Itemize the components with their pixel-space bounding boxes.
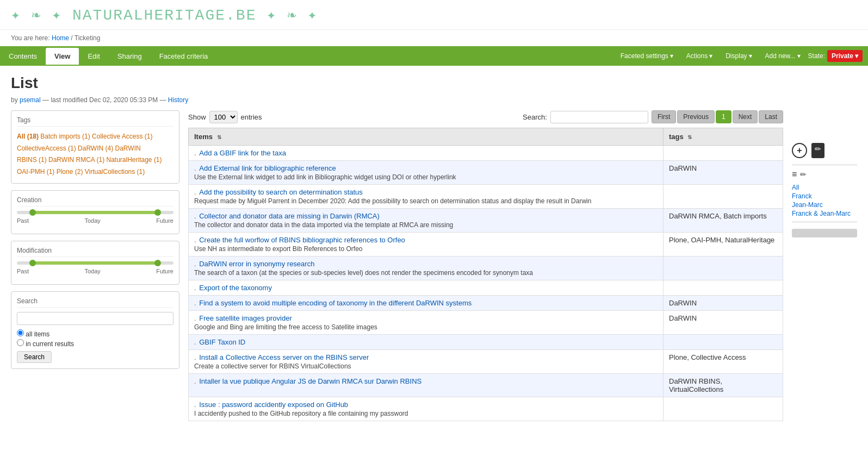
tag-oaipmh[interactable]: OAI-PMH (1) <box>17 168 54 176</box>
page-1-button[interactable]: 1 <box>716 110 731 123</box>
display-button[interactable]: Display <box>720 49 757 63</box>
breadcrumb-prefix: You are here: <box>11 34 50 42</box>
search-all-items-label[interactable]: all items <box>17 329 173 338</box>
tag-plone[interactable]: Plone (2) <box>57 168 83 176</box>
author-link[interactable]: psemal <box>20 96 41 104</box>
previous-button[interactable]: Previous <box>677 110 715 123</box>
tag-batch[interactable]: Batch imports (1) <box>40 133 90 140</box>
tag-all[interactable]: All (18) <box>17 133 39 140</box>
tag-collectiveaccess[interactable]: CollectiveAccess (1) <box>17 145 76 152</box>
item-link[interactable]: Add the possibility to search on determi… <box>199 188 363 196</box>
item-link[interactable]: Install a Collective Access server on th… <box>199 353 369 361</box>
table-row: . GBIF Taxon ID <box>189 335 783 350</box>
item-link[interactable]: Free satellite images provider <box>199 314 292 322</box>
item-link[interactable]: Create the full worflow of RBINS bibliog… <box>199 236 405 244</box>
user-jean-marc[interactable]: Jean-Marc <box>792 201 857 209</box>
tags-sort-icon: ⇅ <box>687 134 692 140</box>
creation-slider[interactable]: Past Today Future <box>17 211 173 224</box>
table-row: . Add External link for bibliographic re… <box>189 161 783 185</box>
actions-button[interactable]: Actions <box>681 49 718 63</box>
table-row: . Create the full worflow of RBINS bibli… <box>189 233 783 256</box>
creation-section: Creation Past Today Future <box>11 190 179 234</box>
breadcrumb: You are here: Home / Ticketing <box>0 30 868 46</box>
creation-title: Creation <box>17 196 173 207</box>
nav-faceted[interactable]: Faceted criteria <box>151 48 217 65</box>
right-divider-1 <box>792 165 857 165</box>
table-row: . Issue : password accidently exposed on… <box>189 397 783 421</box>
page-meta: by psemal — last modified Dec 02, 2020 0… <box>0 94 868 110</box>
tag-darwin-rmca[interactable]: DaRWIN RMCA (1) <box>48 156 104 164</box>
right-divider-2 <box>792 222 857 222</box>
tag-darwin4[interactable]: DaRWIN (4) <box>78 145 113 152</box>
logo-bar: ✦ ❧ ✦ NATURALHERITAGE.BE ✦ ❧ ✦ <box>0 0 868 30</box>
tag-naturalheritage[interactable]: NaturalHeritage (1) <box>107 156 162 164</box>
item-description: The search of a taxon (at the species or… <box>194 269 658 277</box>
tags-cell: DaRWIN RMCA, Batch imports <box>664 209 783 233</box>
tag-virtualcollections[interactable]: VirtualCollections (1) <box>85 168 145 176</box>
tags-cell: DaRWIN <box>664 161 783 185</box>
history-link[interactable]: History <box>168 96 188 104</box>
search-all-radio[interactable] <box>17 329 24 336</box>
item-link[interactable]: Add External link for bibliographic refe… <box>199 164 336 172</box>
tags-cell <box>664 185 783 209</box>
add-new-button[interactable]: Add new... <box>760 49 806 63</box>
table-search-input[interactable] <box>550 111 648 123</box>
next-button[interactable]: Next <box>733 110 758 123</box>
list-icon: ≡ <box>792 170 797 179</box>
item-dot: . <box>194 314 198 322</box>
item-link[interactable]: Issue : password accidently exposed on G… <box>199 401 348 409</box>
user-franck-jean-marc[interactable]: Franck & Jean-Marc <box>792 210 857 217</box>
item-link[interactable]: DaRWIN error in synonymy research <box>199 260 314 268</box>
search-current-results-label[interactable]: in current results <box>17 339 173 348</box>
page-title: List <box>11 74 857 92</box>
search-button[interactable]: Search <box>17 351 52 363</box>
page-title-area: List <box>0 66 868 94</box>
tags-title: Tags <box>17 116 173 127</box>
breadcrumb-current: Ticketing <box>75 34 101 42</box>
tag-collective-access[interactable]: Collective Access (1) <box>92 133 152 140</box>
item-cell: . Add the possibility to search on deter… <box>189 185 664 209</box>
nav-sharing[interactable]: Sharing <box>109 48 151 65</box>
faceted-settings-button[interactable]: Faceted settings <box>615 49 679 63</box>
entries-select[interactable]: 100 10 25 50 <box>209 111 238 123</box>
entries-label: entries <box>241 113 262 121</box>
breadcrumb-home[interactable]: Home <box>52 34 69 42</box>
modification-slider[interactable]: Past Today Future <box>17 261 173 274</box>
breadcrumb-separator: / <box>71 34 72 42</box>
pencil-icon-list[interactable]: ✏ <box>800 170 807 179</box>
add-circle-icon[interactable]: + <box>792 143 807 158</box>
search-label: Search: <box>523 113 547 121</box>
search-current-radio[interactable] <box>17 339 24 346</box>
pagination-top: First Previous 1 Next Last <box>652 110 783 123</box>
nav-edit[interactable]: Edit <box>79 48 108 65</box>
first-button[interactable]: First <box>652 110 676 123</box>
user-all[interactable]: All <box>792 184 857 191</box>
item-description: Use NH as intermediate to export Bib Ref… <box>194 245 658 253</box>
item-link[interactable]: Find a system to avoid multiple encoding… <box>199 299 472 307</box>
nav-view[interactable]: View <box>46 48 79 65</box>
user-franck[interactable]: Franck <box>792 192 857 200</box>
pencil-icon-top[interactable]: ✏ <box>811 143 824 158</box>
item-link[interactable]: Add a GBIF link for the taxa <box>199 149 286 157</box>
nav-contents[interactable]: Contents <box>0 48 46 65</box>
tag-darwin[interactable]: DaRWIN <box>115 145 141 152</box>
item-description: The collector and donator data in the da… <box>194 221 658 229</box>
item-dot: . <box>194 260 198 268</box>
search-input[interactable] <box>17 312 173 325</box>
item-link[interactable]: GBIF Taxon ID <box>199 338 245 346</box>
col-items-header[interactable]: Items ⇅ <box>189 128 664 146</box>
tags-cell <box>664 256 783 280</box>
last-button[interactable]: Last <box>759 110 783 123</box>
item-dot: . <box>194 377 198 385</box>
tags-cell: Plone, Collective Access <box>664 350 783 374</box>
item-link[interactable]: Export of the taxonomy <box>199 284 272 292</box>
item-link[interactable]: Intaller la vue publique Angular JS de D… <box>199 377 421 385</box>
state-badge[interactable]: Private ▾ <box>827 50 863 62</box>
item-cell: . Create the full worflow of RBINS bibli… <box>189 233 664 256</box>
item-link[interactable]: Collector and donator data are missing i… <box>199 212 380 220</box>
item-cell: . Issue : password accidently exposed on… <box>189 397 664 421</box>
item-cell: . Add External link for bibliographic re… <box>189 161 664 185</box>
item-dot: . <box>194 236 198 244</box>
tag-rbins[interactable]: RBINS (1) <box>17 156 47 164</box>
col-tags-header[interactable]: tags ⇅ <box>664 128 783 146</box>
